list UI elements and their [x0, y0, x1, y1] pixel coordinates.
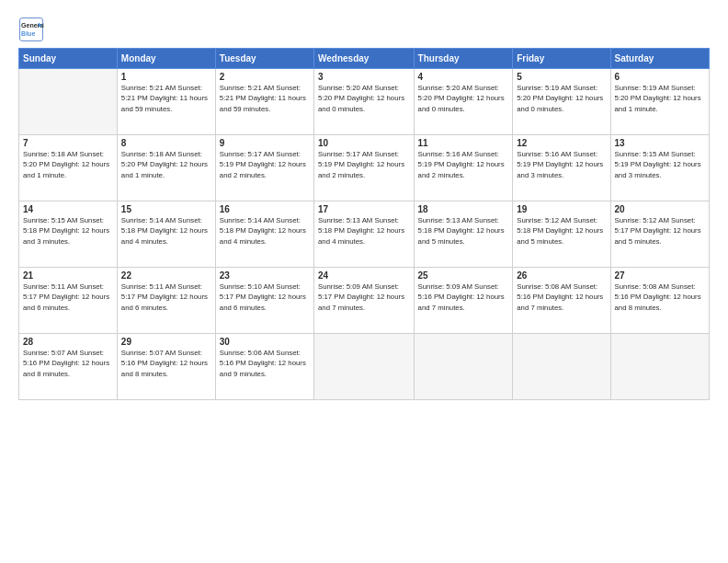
day-number: 13 [615, 138, 705, 148]
header-row: SundayMondayTuesdayWednesdayThursdayFrid… [19, 49, 710, 69]
day-detail: Sunrise: 5:13 AM Sunset: 5:18 PM Dayligh… [418, 215, 509, 247]
calendar-table: SundayMondayTuesdayWednesdayThursdayFrid… [18, 48, 710, 400]
calendar-cell: 13Sunrise: 5:15 AM Sunset: 5:19 PM Dayli… [610, 135, 709, 201]
calendar-cell: 19Sunrise: 5:12 AM Sunset: 5:18 PM Dayli… [513, 201, 610, 268]
day-number: 29 [121, 337, 211, 347]
day-number: 10 [318, 138, 410, 148]
calendar-cell: 15Sunrise: 5:14 AM Sunset: 5:18 PM Dayli… [117, 201, 215, 268]
calendar-cell: 8Sunrise: 5:18 AM Sunset: 5:20 PM Daylig… [117, 135, 215, 201]
day-detail: Sunrise: 5:08 AM Sunset: 5:16 PM Dayligh… [615, 282, 705, 313]
day-detail: Sunrise: 5:08 AM Sunset: 5:16 PM Dayligh… [517, 282, 606, 313]
calendar-cell: 29Sunrise: 5:07 AM Sunset: 5:16 PM Dayli… [117, 334, 215, 400]
day-number: 4 [418, 72, 509, 82]
calendar-cell: 21Sunrise: 5:11 AM Sunset: 5:17 PM Dayli… [19, 268, 118, 334]
calendar-body: 1Sunrise: 5:21 AM Sunset: 5:21 PM Daylig… [19, 69, 710, 400]
logo-icon: General Blue [18, 17, 44, 42]
calendar-week-5: 28Sunrise: 5:07 AM Sunset: 5:16 PM Dayli… [19, 334, 710, 400]
day-detail: Sunrise: 5:21 AM Sunset: 5:21 PM Dayligh… [220, 83, 310, 114]
calendar-cell: 24Sunrise: 5:09 AM Sunset: 5:17 PM Dayli… [313, 268, 414, 334]
calendar-cell: 26Sunrise: 5:08 AM Sunset: 5:16 PM Dayli… [513, 268, 610, 334]
day-number: 26 [517, 270, 606, 281]
day-header-tuesday: Tuesday [215, 49, 313, 69]
logo: General Blue [18, 17, 44, 42]
calendar-week-2: 7Sunrise: 5:18 AM Sunset: 5:20 PM Daylig… [19, 135, 710, 201]
calendar-header: SundayMondayTuesdayWednesdayThursdayFrid… [19, 49, 710, 69]
calendar-cell: 22Sunrise: 5:11 AM Sunset: 5:17 PM Dayli… [117, 268, 215, 334]
day-detail: Sunrise: 5:12 AM Sunset: 5:17 PM Dayligh… [615, 215, 705, 247]
day-number: 21 [23, 270, 113, 281]
day-detail: Sunrise: 5:09 AM Sunset: 5:16 PM Dayligh… [418, 282, 509, 313]
day-number: 23 [220, 270, 310, 281]
day-number: 18 [418, 204, 509, 214]
calendar-cell: 3Sunrise: 5:20 AM Sunset: 5:20 PM Daylig… [313, 69, 414, 135]
day-detail: Sunrise: 5:17 AM Sunset: 5:19 PM Dayligh… [318, 149, 410, 180]
day-number: 5 [517, 72, 606, 82]
day-number: 30 [220, 337, 310, 347]
calendar-cell: 1Sunrise: 5:21 AM Sunset: 5:21 PM Daylig… [117, 69, 215, 135]
calendar-cell [513, 334, 610, 400]
calendar-cell: 5Sunrise: 5:19 AM Sunset: 5:20 PM Daylig… [513, 69, 610, 135]
calendar-cell: 6Sunrise: 5:19 AM Sunset: 5:20 PM Daylig… [610, 69, 709, 135]
svg-text:Blue: Blue [21, 30, 35, 37]
calendar-cell [610, 334, 709, 400]
day-detail: Sunrise: 5:10 AM Sunset: 5:17 PM Dayligh… [220, 282, 310, 313]
day-detail: Sunrise: 5:19 AM Sunset: 5:20 PM Dayligh… [615, 83, 705, 114]
day-number: 17 [318, 204, 410, 214]
calendar-cell: 17Sunrise: 5:13 AM Sunset: 5:18 PM Dayli… [313, 201, 414, 268]
day-number: 7 [23, 138, 113, 148]
day-number: 6 [615, 72, 705, 82]
day-number: 19 [517, 204, 606, 214]
day-detail: Sunrise: 5:15 AM Sunset: 5:18 PM Dayligh… [23, 215, 113, 247]
day-detail: Sunrise: 5:11 AM Sunset: 5:17 PM Dayligh… [121, 282, 211, 313]
day-detail: Sunrise: 5:20 AM Sunset: 5:20 PM Dayligh… [418, 83, 509, 114]
day-detail: Sunrise: 5:09 AM Sunset: 5:17 PM Dayligh… [318, 282, 410, 313]
day-detail: Sunrise: 5:17 AM Sunset: 5:19 PM Dayligh… [220, 149, 310, 180]
calendar-week-3: 14Sunrise: 5:15 AM Sunset: 5:18 PM Dayli… [19, 201, 710, 268]
day-header-thursday: Thursday [414, 49, 513, 69]
calendar-cell: 16Sunrise: 5:14 AM Sunset: 5:18 PM Dayli… [215, 201, 313, 268]
day-detail: Sunrise: 5:18 AM Sunset: 5:20 PM Dayligh… [23, 149, 113, 180]
svg-rect-0 [20, 18, 43, 41]
calendar-cell [19, 69, 118, 135]
day-number: 3 [318, 72, 410, 82]
day-number: 25 [418, 270, 509, 281]
day-detail: Sunrise: 5:16 AM Sunset: 5:19 PM Dayligh… [517, 149, 606, 180]
day-header-saturday: Saturday [610, 49, 709, 69]
calendar-cell: 4Sunrise: 5:20 AM Sunset: 5:20 PM Daylig… [414, 69, 513, 135]
calendar-cell [313, 334, 414, 400]
calendar-cell: 10Sunrise: 5:17 AM Sunset: 5:19 PM Dayli… [313, 135, 414, 201]
day-number: 24 [318, 270, 410, 281]
calendar-cell: 12Sunrise: 5:16 AM Sunset: 5:19 PM Dayli… [513, 135, 610, 201]
day-detail: Sunrise: 5:14 AM Sunset: 5:18 PM Dayligh… [121, 215, 211, 247]
day-number: 12 [517, 138, 606, 148]
calendar-cell: 7Sunrise: 5:18 AM Sunset: 5:20 PM Daylig… [19, 135, 118, 201]
day-header-monday: Monday [117, 49, 215, 69]
day-detail: Sunrise: 5:13 AM Sunset: 5:18 PM Dayligh… [318, 215, 410, 247]
day-number: 2 [220, 72, 310, 82]
day-number: 22 [121, 270, 211, 281]
day-header-wednesday: Wednesday [313, 49, 414, 69]
day-detail: Sunrise: 5:14 AM Sunset: 5:18 PM Dayligh… [220, 215, 310, 247]
day-number: 8 [121, 138, 211, 148]
calendar-cell: 25Sunrise: 5:09 AM Sunset: 5:16 PM Dayli… [414, 268, 513, 334]
calendar-cell [414, 334, 513, 400]
day-number: 14 [23, 204, 113, 214]
day-detail: Sunrise: 5:07 AM Sunset: 5:16 PM Dayligh… [121, 348, 211, 379]
calendar-cell: 30Sunrise: 5:06 AM Sunset: 5:16 PM Dayli… [215, 334, 313, 400]
day-detail: Sunrise: 5:16 AM Sunset: 5:19 PM Dayligh… [418, 149, 509, 180]
calendar-cell: 11Sunrise: 5:16 AM Sunset: 5:19 PM Dayli… [414, 135, 513, 201]
day-detail: Sunrise: 5:12 AM Sunset: 5:18 PM Dayligh… [517, 215, 606, 247]
day-number: 28 [23, 337, 113, 347]
day-detail: Sunrise: 5:21 AM Sunset: 5:21 PM Dayligh… [121, 83, 211, 114]
day-header-sunday: Sunday [19, 49, 118, 69]
calendar-cell: 20Sunrise: 5:12 AM Sunset: 5:17 PM Dayli… [610, 201, 709, 268]
day-detail: Sunrise: 5:19 AM Sunset: 5:20 PM Dayligh… [517, 83, 606, 114]
day-detail: Sunrise: 5:18 AM Sunset: 5:20 PM Dayligh… [121, 149, 211, 180]
calendar-cell: 23Sunrise: 5:10 AM Sunset: 5:17 PM Dayli… [215, 268, 313, 334]
day-number: 15 [121, 204, 211, 214]
day-number: 27 [615, 270, 705, 281]
calendar-cell: 28Sunrise: 5:07 AM Sunset: 5:16 PM Dayli… [19, 334, 118, 400]
day-detail: Sunrise: 5:15 AM Sunset: 5:19 PM Dayligh… [615, 149, 705, 180]
calendar-cell: 9Sunrise: 5:17 AM Sunset: 5:19 PM Daylig… [215, 135, 313, 201]
day-detail: Sunrise: 5:07 AM Sunset: 5:16 PM Dayligh… [23, 348, 113, 379]
